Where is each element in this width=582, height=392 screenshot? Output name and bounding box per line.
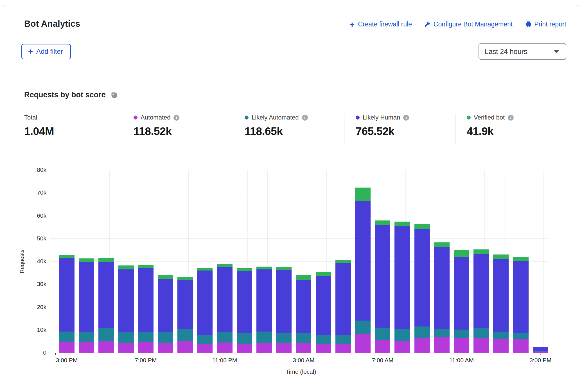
bar-3-00-pm[interactable] xyxy=(59,255,75,353)
y-tick-label: 60k xyxy=(37,212,46,219)
x-tick-mark xyxy=(540,353,541,355)
wrench-icon xyxy=(424,21,431,28)
segment-automated xyxy=(375,340,390,353)
segment-likely-automated xyxy=(454,330,469,338)
x-tick-mark xyxy=(304,353,304,355)
bar-11-00-am[interactable] xyxy=(454,250,469,353)
h-gridline xyxy=(50,216,548,216)
bar-5-00-am[interactable] xyxy=(335,260,351,353)
segment-automated xyxy=(296,343,311,353)
y-tick-label: 80k xyxy=(37,166,46,173)
y-tick-label: 30k xyxy=(37,281,46,287)
segment-verified-bot xyxy=(276,267,292,270)
action-link-configure-bot-management[interactable]: Configure Bot Management xyxy=(424,21,513,28)
segment-automated xyxy=(513,339,529,353)
info-icon[interactable]: i xyxy=(403,115,409,121)
bar-9-00-pm[interactable] xyxy=(177,277,193,353)
segment-likely-human xyxy=(533,347,548,351)
stat-value: 41.9k xyxy=(467,125,566,138)
segment-likely-human xyxy=(473,254,489,328)
segment-likely-automated xyxy=(434,329,450,337)
bar-3-00-pm[interactable] xyxy=(533,347,548,353)
segment-automated xyxy=(138,342,154,353)
segment-likely-automated xyxy=(414,326,430,338)
segment-automated xyxy=(217,343,233,353)
x-tick-mark xyxy=(462,353,462,355)
bar-7-00-pm[interactable] xyxy=(138,265,154,353)
bar-6-00-am[interactable] xyxy=(355,188,371,353)
page-title: Bot Analytics xyxy=(24,19,80,29)
bar-4-00-am[interactable] xyxy=(316,272,331,353)
segment-likely-automated xyxy=(98,328,114,341)
stat-total-value: 1.04M xyxy=(24,125,122,138)
segment-likely-human xyxy=(296,280,311,333)
stat-value: 118.65k xyxy=(245,125,344,138)
segment-likely-human xyxy=(118,269,134,332)
action-link-create-firewall-rule[interactable]: +Create firewall rule xyxy=(349,21,412,28)
segment-verified-bot xyxy=(375,220,390,225)
segment-likely-human xyxy=(256,269,272,332)
bar-9-00-am[interactable] xyxy=(414,224,430,353)
info-icon[interactable]: i xyxy=(173,115,179,121)
segment-verified-bot xyxy=(138,265,154,268)
segment-likely-human xyxy=(79,262,94,332)
bar-2-00-pm[interactable] xyxy=(513,257,529,353)
bar-10-00-am[interactable] xyxy=(434,242,450,353)
bar-12-00-pm[interactable] xyxy=(473,249,489,353)
x-tick-mark xyxy=(225,353,225,355)
stat-likely-automated[interactable]: Likely Automatedi118.65k xyxy=(233,114,344,145)
bar-4-00-pm[interactable] xyxy=(79,258,94,353)
bar-1-00-pm[interactable] xyxy=(493,254,509,353)
segment-automated xyxy=(434,337,450,353)
segment-likely-automated xyxy=(59,332,75,342)
v-gridline xyxy=(543,170,544,353)
stat-verified-bot[interactable]: Verified boti41.9k xyxy=(455,114,566,145)
segment-verified-bot xyxy=(335,260,351,263)
segment-likely-human xyxy=(197,271,213,335)
bar-6-00-pm[interactable] xyxy=(118,265,134,353)
segment-automated xyxy=(414,338,430,353)
info-icon[interactable]: i xyxy=(302,115,308,121)
requests-chart: Requests Time (local) 010k20k30k40k50k60… xyxy=(21,156,566,369)
add-filter-button[interactable]: + Add filter xyxy=(21,44,71,59)
segment-verified-bot xyxy=(177,277,193,280)
stat-label: Automated xyxy=(141,114,170,121)
action-link-print-report[interactable]: Print report xyxy=(525,21,566,28)
x-tick-label: 3:00 AM xyxy=(293,357,314,364)
segment-automated xyxy=(59,342,75,353)
segment-likely-human xyxy=(493,259,509,332)
bar-11-00-pm[interactable] xyxy=(217,264,233,353)
bar-12-00-am[interactable] xyxy=(237,268,252,353)
bar-8-00-pm[interactable] xyxy=(158,275,173,353)
stat-label-row: Likely Humani xyxy=(356,114,455,121)
bar-1-00-am[interactable] xyxy=(256,267,272,353)
segment-verified-bot xyxy=(59,255,75,258)
segment-automated xyxy=(256,343,272,353)
time-range-select[interactable]: Last 24 hours xyxy=(479,43,566,60)
bar-2-00-am[interactable] xyxy=(276,267,292,353)
pie-chart-icon xyxy=(110,91,118,99)
segment-verified-bot xyxy=(98,258,114,262)
x-tick-label: 7:00 PM xyxy=(135,357,157,364)
segment-verified-bot xyxy=(79,258,94,262)
info-icon[interactable]: i xyxy=(508,115,514,121)
x-tick-mark xyxy=(67,353,67,355)
y-axis-title: Requests xyxy=(19,239,25,284)
header-row: Bot Analytics +Create firewall ruleConfi… xyxy=(21,17,566,29)
bar-3-00-am[interactable] xyxy=(296,275,311,353)
bar-7-00-am[interactable] xyxy=(375,220,390,353)
stat-likely-human[interactable]: Likely Humani765.52k xyxy=(344,114,455,145)
bar-10-00-pm[interactable] xyxy=(197,268,213,353)
segment-automated xyxy=(335,344,351,353)
stat-automated[interactable]: Automatedi118.52k xyxy=(122,114,233,145)
bar-5-00-pm[interactable] xyxy=(98,258,114,353)
segment-likely-automated xyxy=(296,333,311,343)
segment-likely-human xyxy=(335,263,351,335)
bar-8-00-am[interactable] xyxy=(394,222,410,353)
stat-total: Total 1.04M xyxy=(24,114,122,145)
segment-likely-automated xyxy=(355,321,371,334)
segment-likely-automated xyxy=(79,332,94,342)
segment-likely-human xyxy=(138,268,154,332)
segment-likely-human xyxy=(513,261,529,333)
segment-automated xyxy=(118,343,134,353)
